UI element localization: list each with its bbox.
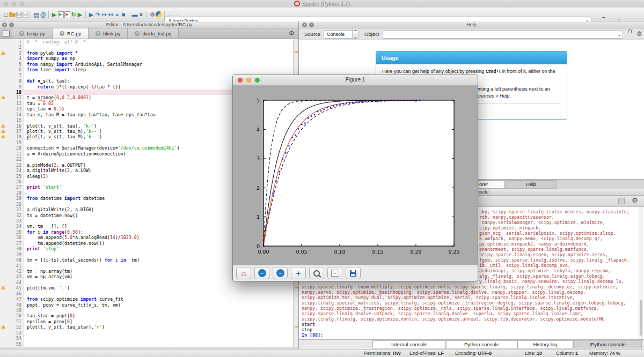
line-number: 51 xyxy=(8,319,24,324)
line-number: 53 xyxy=(8,330,24,336)
warning-flag[interactable] xyxy=(295,51,298,53)
editor-tab-temp.py[interactable]: ✕temp.py xyxy=(12,28,53,39)
source-select[interactable]: Console ▲▼ xyxy=(324,30,359,39)
outline-icon[interactable]: ▤ xyxy=(33,10,40,19)
pan-button[interactable]: + xyxy=(291,267,306,279)
step-into-icon[interactable]: ↦ xyxy=(101,10,107,19)
line-number: 55 xyxy=(8,341,24,347)
line-number: 43 xyxy=(8,274,24,279)
warning-flag[interactable] xyxy=(295,326,298,328)
close-tab-icon[interactable]: ✕ xyxy=(60,31,64,36)
console-line: cipy.optimize._minpack, xyxy=(479,225,541,230)
console-tab-internal-console[interactable]: Internal console xyxy=(372,340,446,348)
figure-titlebar[interactable]: Figure 1 xyxy=(233,75,478,86)
code-line-4[interactable]: 4import numpy as np xyxy=(0,56,293,61)
console-line: scipy.sparse.linalg.eigen, scipy.optimiz… xyxy=(479,252,608,257)
line-number: 5 xyxy=(8,62,24,67)
code-line-51[interactable]: 51epsilon = pcov[0] xyxy=(0,319,293,324)
console-line: y.linalg.basic, nanpy.onewire, scipy.lin… xyxy=(479,279,624,284)
step-icon[interactable]: ↷ xyxy=(94,10,101,19)
code-line-1[interactable]: 1# -*- coding: utf-8 -*- xyxy=(0,39,293,44)
interrupt-kernel-icon[interactable] xyxy=(618,198,625,204)
console-tab-ipython-console[interactable]: IPython console xyxy=(573,340,642,348)
step-return-icon[interactable]: ↤ xyxy=(107,10,114,19)
save-all-icon[interactable] xyxy=(22,10,28,19)
line-number: 38 xyxy=(8,246,24,251)
stop-debug-icon[interactable]: ■ xyxy=(120,10,127,19)
code-line-52[interactable]: 52plot(t, v_s(t, tau_star),'r') xyxy=(0,324,293,330)
zoom-button[interactable] xyxy=(309,267,324,279)
code-line-2[interactable]: 2 xyxy=(0,44,293,50)
line-number: 21 xyxy=(8,151,24,157)
browse-tabs-icon[interactable] xyxy=(3,31,10,36)
warning-icon xyxy=(1,95,5,99)
console-scrollbar[interactable] xyxy=(639,207,643,339)
line-number: 9 xyxy=(8,84,24,90)
run-configuration-icon[interactable]: ▶ xyxy=(77,10,83,19)
code-line-53[interactable]: 53 xyxy=(0,330,293,336)
line-number: 35 xyxy=(8,229,24,235)
editor-options-gear-icon[interactable]: ⚙ xyxy=(289,30,295,36)
panel-tab-help[interactable]: Help xyxy=(505,180,557,189)
code-line-55[interactable]: 55 xyxy=(0,341,293,347)
zoom-icon xyxy=(313,270,320,277)
code-line-47[interactable]: 47from scipy.optimize import curve_fit xyxy=(0,296,293,302)
code-line-48[interactable]: 48popt, pcov = curve_fit(v_s, tm, vm) xyxy=(0,302,293,308)
console-options-gear-icon[interactable]: ⚙ xyxy=(632,197,638,204)
fullscreen-icon[interactable]: × xyxy=(138,10,144,19)
python-console-icon[interactable]: ▬ xyxy=(131,10,138,19)
close-tab-icon[interactable]: ✕ xyxy=(19,31,24,36)
line-number: 17 xyxy=(8,129,24,134)
warning-icon xyxy=(1,286,5,289)
help-options-gear-icon[interactable]: ⚙ xyxy=(636,31,642,37)
save-icon[interactable] xyxy=(16,10,22,19)
console-line: rch, nanpy.capacitivesensor, xyxy=(479,214,554,220)
subplots-button[interactable]: ↔ xyxy=(327,267,342,279)
line-number: 49 xyxy=(8,308,24,313)
code-line-50[interactable]: 50tau_star = popt[0] xyxy=(0,313,293,318)
figure-canvas: 0.000.050.100.150.200.25012345 xyxy=(233,86,478,266)
scrollbar-thumb[interactable] xyxy=(640,300,642,336)
code-line-49[interactable]: 49 xyxy=(0,308,293,313)
forward-button[interactable]: → xyxy=(273,267,288,279)
code-line-46[interactable]: 46 xyxy=(0,291,293,296)
editor-tab-blink.py[interactable]: ✕blink.py xyxy=(89,28,128,39)
save-figure-button[interactable] xyxy=(346,267,361,279)
python-path-icon[interactable] xyxy=(156,10,162,19)
editor-tab-RC.py[interactable]: ✕RC.py xyxy=(53,28,89,39)
console-tab-python-console[interactable]: Python console xyxy=(446,340,517,348)
object-combobox[interactable]: ▾ xyxy=(383,30,623,39)
line-number: 24 xyxy=(8,168,24,173)
console-tab-history-log[interactable]: History log xyxy=(517,340,573,348)
toolbar-separator xyxy=(46,10,51,19)
code-line-45[interactable]: 45plot(tm,vm, '.') xyxy=(0,285,293,291)
console-line: stop xyxy=(302,327,312,332)
continue-icon[interactable]: » xyxy=(114,10,120,19)
close-tab-icon[interactable]: ✕ xyxy=(135,31,140,36)
subplots-icon: ↔ xyxy=(331,270,339,277)
console-line: gion_ncg, serial.serialposix, scipy.opti… xyxy=(479,230,616,236)
close-tab-icon[interactable]: ✕ xyxy=(96,31,100,36)
preferences-icon[interactable]: ⚙ xyxy=(149,10,156,19)
run-cell-advance-icon[interactable]: ▶ xyxy=(64,10,70,19)
run-icon[interactable]: ▶ xyxy=(51,10,57,19)
back-button[interactable]: ← xyxy=(254,267,269,279)
figure-window[interactable]: Figure 1 0.000.050.100.150.200.25012345 … xyxy=(232,75,478,281)
line-number: 42 xyxy=(8,269,24,274)
code-line-54[interactable]: 54 xyxy=(0,336,293,341)
new-file-icon[interactable]: □ xyxy=(3,10,9,19)
editor-tab-diodo_led.py[interactable]: ✕diodo_led.py xyxy=(128,28,179,39)
open-file-icon[interactable] xyxy=(9,10,16,19)
chevron-down-icon[interactable]: ▾ xyxy=(618,32,620,40)
warning-flag[interactable] xyxy=(295,287,298,288)
tab-label: diodo_led.py xyxy=(142,31,171,36)
code-line-3[interactable]: 3from pylab import * xyxy=(0,50,293,56)
run-cell-icon[interactable]: ▶ xyxy=(57,10,64,19)
code-line-6[interactable]: 6from time import sleep xyxy=(0,67,293,72)
re-run-icon[interactable]: ↻ xyxy=(70,10,77,19)
home-button[interactable]: ⌂ xyxy=(236,267,251,279)
debug-icon[interactable]: ▶ xyxy=(88,10,94,19)
code-analysis-icon[interactable]: @ xyxy=(40,10,46,19)
code-line-5[interactable]: 5from nanpy import ArduinoApi, SerialMan… xyxy=(0,62,293,67)
stepper-icon[interactable]: ▲▼ xyxy=(352,31,358,38)
